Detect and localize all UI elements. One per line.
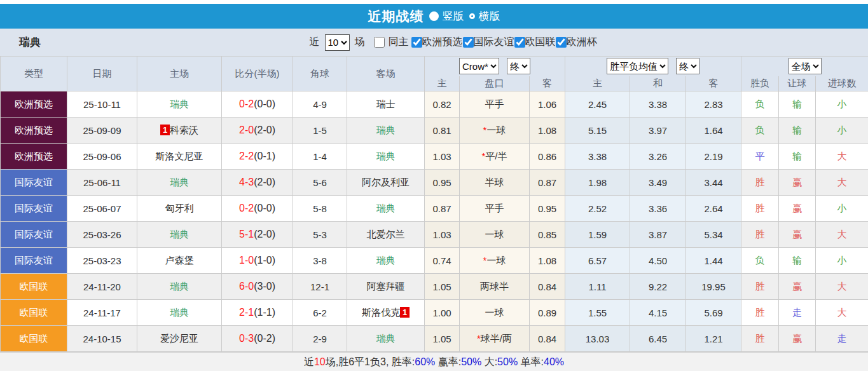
- score-cell: 2-2(0-1): [222, 144, 293, 170]
- score-cell: 6-0(3-0): [222, 274, 293, 300]
- competition-checkbox-3[interactable]: [556, 37, 567, 48]
- halftime-score: (0-0): [254, 203, 275, 213]
- competition-checkbox-1[interactable]: [463, 37, 474, 48]
- odds-home-cell: 1.05: [425, 326, 460, 352]
- goals-result-cell: 小: [816, 91, 868, 118]
- avg-home-cell: 1.59: [565, 222, 630, 248]
- header-corner: 角球: [293, 57, 347, 91]
- matches-label: 场: [355, 36, 365, 49]
- team-label: 瑞典: [170, 229, 189, 239]
- radio-unselected-icon[interactable]: [469, 13, 475, 19]
- avg-home-cell: 13.03: [565, 326, 630, 352]
- odds-company-select[interactable]: Crow*: [459, 58, 499, 74]
- subheader-avg-away: 客: [686, 76, 741, 91]
- competition-label-1: 国际友谊: [474, 36, 514, 49]
- away-team-cell: 阿塞拜疆: [347, 274, 425, 300]
- subheader-avg-draw: 和: [630, 76, 686, 91]
- odds-away-cell: 0.86: [530, 144, 565, 170]
- home-team-cell: 瑞典: [137, 300, 222, 326]
- recent-count-select[interactable]: 10: [325, 34, 350, 51]
- layout-option-vertical[interactable]: 竖版: [429, 9, 464, 24]
- avg-draw-cell: 4.15: [630, 300, 686, 326]
- match-scope-select[interactable]: 全场: [789, 58, 822, 74]
- score-cell: 1-0(1-0): [222, 248, 293, 274]
- handicap-cell: *平/半: [460, 144, 530, 170]
- competition-checkbox-0[interactable]: [411, 37, 422, 48]
- competition-filter-0[interactable]: 欧洲预选: [411, 36, 463, 49]
- avg-draw-cell: 6.45: [630, 326, 686, 352]
- avg-draw-cell: 4.50: [630, 248, 686, 274]
- corner-cell: 5-8: [293, 196, 347, 222]
- handicap-result-cell: 输: [779, 91, 816, 118]
- goals-result-cell: 走: [816, 326, 868, 352]
- avg-draw-cell: 3.49: [630, 170, 686, 196]
- halftime-score: (2-0): [254, 229, 275, 239]
- away-team-cell: 瑞典: [347, 248, 425, 274]
- handicap-label: 两球半: [480, 281, 509, 292]
- layout-option-horizontal[interactable]: 横版: [469, 9, 500, 24]
- date-cell: 25-06-07: [67, 196, 137, 222]
- handicap-label: 球半/两: [481, 333, 512, 344]
- filter-bar: 瑞典 近 10 场 同主 欧洲预选国际友谊欧国联欧洲杯: [0, 29, 868, 56]
- table-row: 国际友谊25-03-26瑞典5-1(2-0)5-3北爱尔兰1.03一球0.851…: [1, 222, 868, 248]
- table-row: 国际友谊25-06-11瑞典4-3(2-0)5-6阿尔及利亚0.95半球0.87…: [1, 170, 868, 196]
- team-label: 科索沃: [170, 125, 198, 135]
- same-home-label: 同主: [389, 36, 409, 49]
- odds-away-cell: 0.84: [530, 274, 565, 300]
- subheader-avg-home: 主: [565, 76, 630, 91]
- match-type-cell: 国际友谊: [1, 196, 67, 222]
- avg-draw-cell: 3.26: [630, 144, 686, 170]
- away-team-cell: 瑞典: [347, 326, 425, 352]
- avg-away-cell: 5.34: [686, 222, 741, 248]
- odds-time-select-1[interactable]: 终: [507, 58, 530, 74]
- handicap-cell: *一球: [460, 248, 530, 274]
- avg-type-select[interactable]: 胜平负均值: [607, 58, 668, 74]
- winloss-result-cell: 胜: [741, 300, 779, 326]
- team-label: 瑞典: [170, 98, 189, 109]
- team-label: 卢森堡: [165, 255, 194, 266]
- handicap-result-cell: 赢: [779, 170, 816, 196]
- avg-away-cell: 2.83: [686, 91, 741, 118]
- goals-result-cell: 大: [816, 170, 868, 196]
- score-cell: 2-0(2-0): [222, 118, 293, 144]
- title-bar: 近期战绩 竖版 横版: [0, 4, 868, 29]
- radio-selected-icon[interactable]: [429, 11, 439, 21]
- halftime-score: (1-0): [254, 255, 275, 266]
- header-scope-select: 全场: [741, 57, 868, 76]
- avg-home-cell: 3.38: [565, 144, 630, 170]
- team-label: 北爱尔兰: [367, 229, 405, 239]
- score-cell: 4-3(2-0): [222, 170, 293, 196]
- competition-filter-3[interactable]: 欧洲杯: [556, 36, 597, 49]
- competition-filter-1[interactable]: 国际友谊: [463, 36, 514, 49]
- odds-time-select-2[interactable]: 终: [676, 58, 699, 74]
- goals-result-cell: 大: [816, 300, 868, 326]
- match-type-cell: 欧国联: [1, 300, 67, 326]
- competition-checkbox-2[interactable]: [514, 37, 525, 48]
- table-row: 欧洲预选25-09-06斯洛文尼亚2-2(0-1)1-4瑞典1.03*平/半0.…: [1, 144, 868, 170]
- fulltime-score: 2-0: [239, 125, 254, 135]
- competition-label-0: 欧洲预选: [422, 36, 463, 49]
- match-type-cell: 欧洲预选: [1, 91, 67, 118]
- header-avg-selects: 胜平负均值 终: [565, 57, 741, 76]
- handicap-label: 一球: [485, 307, 504, 318]
- summary-segment-7: 50%: [497, 356, 518, 368]
- home-team-cell: 斯洛文尼亚: [137, 144, 222, 170]
- card-badge: 1: [160, 125, 170, 135]
- competition-filter-2[interactable]: 欧国联: [514, 36, 556, 49]
- avg-draw-cell: 9.22: [630, 274, 686, 300]
- summary-segment-2: 场,胜6平1负3, 胜率:: [326, 356, 415, 369]
- header-date: 日期: [67, 57, 137, 91]
- odds-home-cell: 0.82: [425, 91, 460, 118]
- handicap-cell: 平手: [460, 91, 530, 118]
- handicap-result-cell: 赢: [779, 222, 816, 248]
- handicap-label: 一球: [486, 125, 506, 135]
- avg-draw-cell: 3.36: [630, 196, 686, 222]
- match-type-cell: 欧国联: [1, 274, 67, 300]
- date-cell: 24-11-20: [67, 274, 137, 300]
- odds-home-cell: 1.03: [425, 222, 460, 248]
- header-score: 比分(半场): [222, 57, 293, 91]
- corner-cell: 12-1: [293, 274, 347, 300]
- team-label: 瑞典: [376, 151, 396, 161]
- home-team-cell: 爱沙尼亚: [137, 326, 222, 352]
- same-home-checkbox[interactable]: [374, 37, 385, 48]
